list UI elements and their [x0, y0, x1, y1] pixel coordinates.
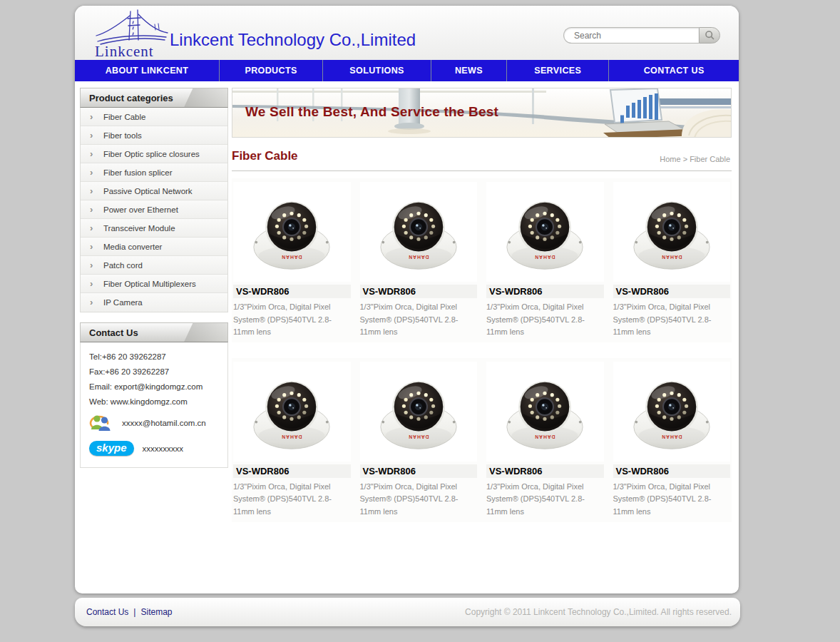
dome-camera-image[interactable]	[613, 182, 731, 282]
chevron-right-icon	[90, 200, 93, 219]
product-name-link[interactable]: VS-WDR806	[613, 464, 731, 478]
nav-contact-us[interactable]: CONTACT US	[609, 60, 739, 81]
nav-services[interactable]: SERVICES	[507, 60, 609, 81]
footer-sitemap-link[interactable]: Sitemap	[140, 607, 172, 617]
search-button[interactable]	[699, 27, 720, 44]
hero-banner: We Sell the Best, And Service the Best	[232, 88, 732, 138]
breadcrumb: Home > Fiber Cable	[660, 155, 730, 163]
sidebar-item-patch-cord[interactable]: Patch cord	[81, 256, 227, 275]
product-description: 1/3"Pixim Orca, Digital Pixel System® (D…	[613, 481, 722, 519]
chevron-right-icon	[90, 163, 93, 182]
page-heading-row: Fiber Cable Home > Fiber Cable	[232, 149, 732, 165]
product-name-link[interactable]: VS-WDR806	[233, 285, 351, 298]
product-name-link[interactable]: VS-WDR806	[233, 464, 351, 478]
sidebar-item-fiber-optical-multiplexers[interactable]: Fiber Optical Multiplexers	[81, 275, 227, 293]
sidebar-item-fiber-optic-splice-closures[interactable]: Fiber Optic splice closures	[81, 145, 227, 163]
skype-id: xxxxxxxxxx	[143, 444, 184, 453]
heading-divider	[232, 170, 732, 171]
dome-camera-image[interactable]	[360, 362, 478, 462]
company-name: Linkcent Technology Co.,Limited	[170, 30, 416, 50]
chevron-right-icon	[90, 238, 93, 256]
product-name-link[interactable]: VS-WDR806	[613, 285, 731, 298]
search-input[interactable]	[563, 27, 699, 44]
msn-messenger-icon	[89, 412, 112, 434]
sidebar-item-fiber-tools[interactable]: Fiber tools	[81, 126, 227, 145]
footer-link-separator: |	[133, 607, 135, 617]
contact-tel: Tel:+86 20 39262287	[89, 352, 220, 361]
product-card: VS-WDR806 1/3"Pixim Orca, Digital Pixel …	[486, 182, 604, 339]
breadcrumb-current: Fiber Cable	[690, 155, 730, 163]
product-card: VS-WDR806 1/3"Pixim Orca, Digital Pixel …	[233, 182, 351, 339]
product-card: VS-WDR806 1/3"Pixim Orca, Digital Pixel …	[360, 362, 478, 519]
main-nav: ABOUT LINKCENT PRODUCTS SOLUTIONS NEWS S…	[75, 60, 739, 81]
product-row-2: VS-WDR806 1/3"Pixim Orca, Digital Pixel …	[232, 358, 732, 522]
chevron-right-icon	[90, 275, 93, 293]
msn-contact-row: xxxxx@hotamil.com.cn	[89, 412, 220, 434]
product-row-1: VS-WDR806 1/3"Pixim Orca, Digital Pixel …	[232, 178, 732, 342]
contact-info-box: Tel:+86 20 39262287 Fax:+86 20 39262287 …	[80, 342, 228, 468]
contact-web: Web: www.kingdomgz.com	[89, 397, 220, 406]
nav-news[interactable]: NEWS	[431, 60, 507, 81]
chevron-right-icon	[90, 108, 93, 126]
sidebar-item-passive-optical-network[interactable]: Passive Optical Network	[81, 182, 227, 200]
product-card: VS-WDR806 1/3"Pixim Orca, Digital Pixel …	[486, 362, 604, 519]
footer-links: Contact Us|Sitemap	[86, 598, 173, 626]
product-description: 1/3"Pixim Orca, Digital Pixel System® (D…	[233, 301, 342, 339]
breadcrumb-home-link[interactable]: Home	[660, 155, 680, 163]
product-description: 1/3"Pixim Orca, Digital Pixel System® (D…	[613, 301, 722, 339]
contact-us-header: Contact Us	[80, 322, 228, 342]
company-logo[interactable]: Linkcent	[88, 7, 173, 60]
skype-logo: skype	[89, 441, 134, 456]
product-description: 1/3"Pixim Orca, Digital Pixel System® (D…	[486, 481, 595, 519]
product-name-link[interactable]: VS-WDR806	[486, 285, 604, 298]
dome-camera-image[interactable]	[233, 362, 351, 462]
skype-contact-row: skype xxxxxxxxxx	[89, 441, 220, 456]
chevron-right-icon	[90, 256, 93, 275]
site-header: Linkcent Linkcent Technology Co.,Limited	[75, 6, 739, 60]
logo-wordmark: Linkcent	[95, 43, 154, 61]
chevron-right-icon	[90, 293, 93, 312]
product-categories-header: Product categories	[80, 88, 228, 108]
nav-solutions[interactable]: SOLUTIONS	[323, 60, 431, 81]
contact-email: Email: export@kingdomgz.com	[89, 382, 220, 391]
sidebar-item-fiber-cable[interactable]: Fiber Cable	[81, 108, 227, 126]
sidebar: Product categories Fiber Cable Fiber too…	[80, 88, 228, 468]
product-description: 1/3"Pixim Orca, Digital Pixel System® (D…	[486, 301, 595, 339]
product-card: VS-WDR806 1/3"Pixim Orca, Digital Pixel …	[613, 362, 731, 519]
main-column: We Sell the Best, And Service the Best F…	[232, 88, 732, 522]
product-name-link[interactable]: VS-WDR806	[360, 464, 478, 478]
sidebar-item-media-converter[interactable]: Media converter	[81, 238, 227, 256]
search-bar	[563, 27, 720, 44]
chevron-right-icon	[90, 219, 93, 238]
product-name-link[interactable]: VS-WDR806	[486, 464, 604, 478]
sidebar-item-power-over-ethernet[interactable]: Power over Ethernet	[81, 200, 227, 219]
dome-camera-image[interactable]	[486, 362, 604, 462]
search-icon	[705, 30, 715, 41]
product-description: 1/3"Pixim Orca, Digital Pixel System® (D…	[360, 481, 468, 519]
footer-contact-us-link[interactable]: Contact Us	[86, 607, 128, 617]
product-description: 1/3"Pixim Orca, Digital Pixel System® (D…	[360, 301, 468, 339]
page-title: Fiber Cable	[232, 149, 298, 163]
sidebar-item-transceiver-module[interactable]: Transceiver Module	[81, 219, 227, 238]
product-categories-list: Fiber Cable Fiber tools Fiber Optic spli…	[80, 108, 228, 312]
product-name-link[interactable]: VS-WDR806	[360, 285, 478, 298]
product-description: 1/3"Pixim Orca, Digital Pixel System® (D…	[233, 481, 342, 519]
copyright-text: Copyright © 2011 Linkcent Technology Co.…	[465, 598, 732, 626]
nav-about-linkcent[interactable]: ABOUT LINKCENT	[75, 60, 220, 81]
dome-camera-image[interactable]	[486, 182, 604, 282]
product-card: VS-WDR806 1/3"Pixim Orca, Digital Pixel …	[233, 362, 351, 519]
dome-camera-image[interactable]	[613, 362, 731, 462]
breadcrumb-separator: >	[681, 155, 690, 163]
banner-slogan: We Sell the Best, And Service the Best	[245, 104, 498, 120]
sidebar-item-ip-camera[interactable]: IP Camera	[81, 293, 227, 312]
chevron-right-icon	[90, 145, 93, 163]
page-card: Linkcent Linkcent Technology Co.,Limited…	[75, 6, 739, 593]
contact-fax: Fax:+86 20 39262287	[89, 367, 220, 376]
dome-camera-image[interactable]	[233, 182, 351, 282]
desktop-background: Linkcent Linkcent Technology Co.,Limited…	[0, 0, 840, 642]
sidebar-item-fiber-fusion-splicer[interactable]: Fiber fusion splicer	[81, 163, 227, 182]
nav-products[interactable]: PRODUCTS	[220, 60, 323, 81]
product-card: VS-WDR806 1/3"Pixim Orca, Digital Pixel …	[613, 182, 731, 339]
site-footer: Contact Us|Sitemap Copyright © 2011 Link…	[75, 598, 740, 626]
dome-camera-image[interactable]	[360, 182, 478, 282]
